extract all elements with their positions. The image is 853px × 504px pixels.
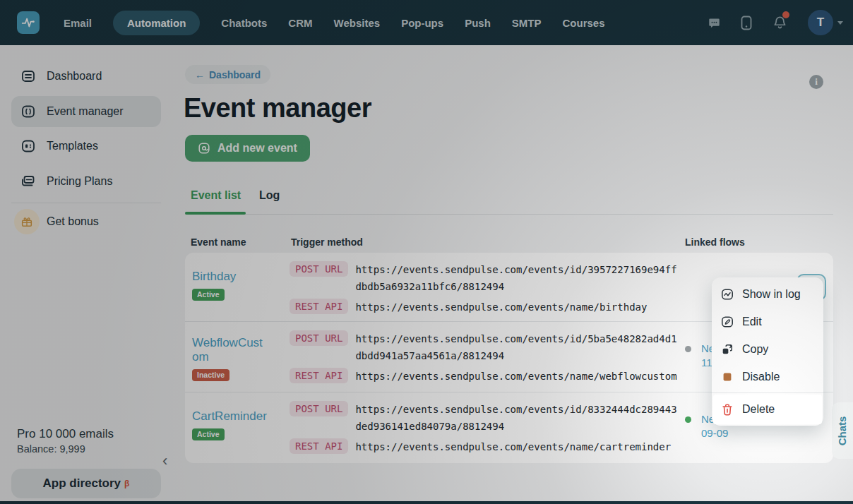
sendpulse-logo[interactable] [17, 11, 40, 34]
flow-status-dot [685, 416, 691, 423]
avatar[interactable]: T [808, 10, 833, 35]
add-event-icon [198, 142, 210, 155]
breadcrumb[interactable]: ← Dashboard [185, 65, 270, 84]
column-header-trigger-method: Trigger method [291, 236, 363, 248]
gift-icon [20, 215, 33, 228]
menu-item-edit[interactable]: Edit [712, 308, 823, 335]
active-tab-underline [185, 212, 246, 215]
menu-item-delete[interactable]: Delete [713, 395, 822, 424]
pulse-icon [20, 15, 36, 30]
templates-icon [21, 139, 35, 153]
edit-icon [721, 316, 734, 328]
trash-icon [721, 403, 734, 416]
sidebar-item-label: Dashboard [47, 70, 102, 83]
app-directory-button[interactable]: App directory β [11, 469, 161, 498]
rest-api-value: https://events.sendpulse.com/events/name… [355, 368, 679, 385]
chats-side-tab[interactable]: Chats [832, 402, 853, 459]
post-url-pill: POST URL [290, 261, 348, 277]
navbar-right: T [708, 0, 843, 45]
info-icon[interactable]: i [809, 75, 823, 89]
nav-item-chatbots[interactable]: Chatbots [221, 17, 267, 29]
beta-badge: β [124, 479, 129, 488]
plan-balance: Balance: 9,999 [17, 443, 85, 455]
app-directory-label: App directory [43, 476, 121, 491]
sidebar-item-pricing-plans[interactable]: Pricing Plans [11, 169, 161, 194]
rest-api-pill: REST API [290, 438, 348, 454]
tabs-divider [185, 214, 833, 215]
copy-icon [721, 343, 734, 356]
menu-item-disable[interactable]: Disable [712, 363, 823, 390]
event-name-link[interactable]: Birthday [192, 270, 268, 284]
column-header-linked-flows: Linked flows [685, 236, 745, 248]
post-url-value: https://events.sendpulse.com/events/id/5… [355, 330, 679, 364]
sidebar-item-dashboard[interactable]: Dashboard [11, 64, 161, 89]
gift-icon-circle [14, 209, 40, 234]
notification-dot [782, 11, 789, 18]
post-url-value: https://events.sendpulse.com/events/id/3… [355, 261, 679, 295]
post-url-value: https://events.sendpulse.com/events/id/8… [355, 401, 679, 435]
sidebar-collapse-icon[interactable]: ‹ [162, 453, 167, 469]
rest-api-pill: REST API [290, 299, 348, 314]
rest-api-pill: REST API [290, 368, 348, 383]
column-header-event-name: Event name [191, 236, 246, 248]
phone-icon[interactable] [741, 16, 752, 30]
sidebar-item-templates[interactable]: Templates [11, 133, 161, 159]
sidebar-item-label: Event manager [47, 105, 124, 118]
pricing-icon [21, 174, 35, 188]
chat-icon[interactable] [708, 17, 720, 29]
plan-name: Pro 10 000 emails [17, 427, 114, 441]
nav-item-push[interactable]: Push [465, 17, 491, 29]
status-badge: Inactive [192, 369, 229, 381]
menu-divider [712, 392, 823, 393]
sidebar-item-label: Pricing Plans [47, 175, 112, 188]
page-title: Event manager [184, 93, 371, 124]
chevron-down-icon [837, 21, 843, 25]
log-icon [721, 288, 734, 301]
event-name-link[interactable]: CartReminder [192, 409, 268, 424]
nav-item-email[interactable]: Email [64, 17, 92, 29]
menu-item-copy[interactable]: Copy [712, 335, 823, 363]
event-manager-icon [21, 104, 35, 119]
sidebar-divider [11, 203, 161, 203]
nav-item-courses[interactable]: Courses [562, 17, 604, 29]
top-navbar: Email Automation Chatbots CRM Websites P… [0, 0, 853, 45]
post-url-pill: POST URL [290, 401, 348, 416]
nav-item-popups[interactable]: Pop-ups [401, 17, 443, 29]
nav-item-websites[interactable]: Websites [334, 17, 381, 29]
disable-icon [721, 371, 734, 383]
tab-log[interactable]: Log [259, 189, 280, 202]
nav-item-automation[interactable]: Automation [113, 11, 200, 35]
sidebar-item-label: Get bonus [47, 215, 99, 228]
breadcrumb-label: Dashboard [209, 69, 261, 80]
nav-item-smtp[interactable]: SMTP [512, 17, 542, 29]
chats-side-tab-label: Chats [837, 416, 849, 445]
tab-event-list[interactable]: Event list [191, 189, 241, 202]
status-badge: Active [192, 289, 225, 301]
status-badge: Active [192, 428, 225, 440]
add-new-event-button[interactable]: Add new event [185, 135, 310, 162]
event-manager-page: Email Automation Chatbots CRM Websites P… [0, 0, 853, 504]
flow-status-dot [685, 346, 691, 352]
nav-item-crm[interactable]: CRM [288, 17, 312, 29]
post-url-pill: POST URL [290, 330, 348, 346]
bottom-strip [0, 501, 853, 504]
back-arrow-icon: ← [195, 69, 205, 80]
rest-api-value: https://events.sendpulse.com/events/name… [355, 299, 679, 316]
sidebar-item-get-bonus[interactable]: Get bonus [11, 209, 161, 234]
sidebar-item-label: Templates [47, 140, 98, 152]
primary-nav: Email Automation Chatbots CRM Websites P… [64, 0, 605, 45]
rest-api-value: https://events.sendpulse.com/events/name… [355, 438, 679, 455]
bell-icon[interactable] [773, 15, 787, 30]
sidebar-item-event-manager[interactable]: Event manager [11, 96, 161, 127]
menu-item-show-in-log[interactable]: Show in log [712, 280, 823, 308]
account-menu[interactable]: T [808, 10, 843, 35]
event-name-link[interactable]: WebflowCustom [192, 336, 268, 364]
add-new-event-label: Add new event [217, 142, 297, 155]
dashboard-icon [21, 69, 35, 83]
